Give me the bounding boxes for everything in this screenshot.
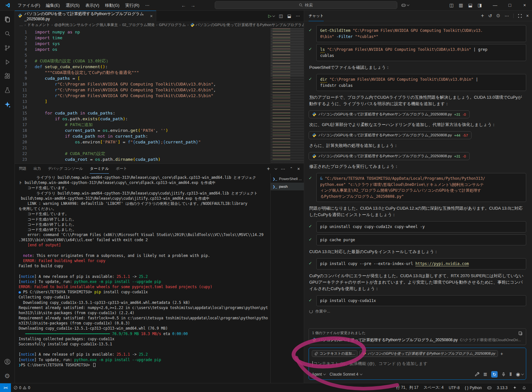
chat-code-block[interactable]: pip cache purge <box>316 234 526 246</box>
breadcrumb-item[interactable]: ドキュメント <box>27 23 50 27</box>
sidebar-item-search[interactable] <box>0 27 15 41</box>
edited-file-chip[interactable]: パソコンのGPUを使って計算処理するPythonサンプルプログラム_202508… <box>309 152 470 160</box>
nav-forward-icon[interactable]: → <box>191 3 195 8</box>
menu-item-0[interactable]: ファイル(F) <box>15 0 43 11</box>
panel-maximize-icon[interactable]: ⌃ <box>290 167 293 171</box>
tab-close-icon[interactable]: × <box>150 14 153 19</box>
run-python-file-button[interactable]: ▷ <box>268 14 274 18</box>
sidebar-item-explorer[interactable] <box>0 13 15 27</box>
menu-item-1[interactable]: 編集(E) <box>43 0 63 11</box>
chat-history-icon[interactable]: ↺ <box>488 13 492 18</box>
chat-input-box[interactable]: コンテキストの追加... パソコンのGPUを使って計算処理するPythonサンプ… <box>309 348 526 380</box>
queue-icon[interactable]: ≣ <box>483 371 487 377</box>
menu-item-5[interactable]: 実行(R) <box>122 0 142 11</box>
sidebar-item-run-debug[interactable] <box>0 55 15 69</box>
open-changes-icon[interactable]: ⬓ <box>287 14 291 18</box>
manage-button[interactable]: ⚙ <box>0 369 15 383</box>
working-label: 作業中... <box>315 309 330 314</box>
terminal-profile-chevron-icon[interactable] <box>275 167 277 169</box>
terminal-list-item[interactable]: ❯_pwsh <box>271 183 304 190</box>
copilot-status[interactable] <box>484 384 494 391</box>
current-file-context-chip[interactable]: パソコンのGPUを使って計算処理するPythonサンプルプログラム_202508… <box>359 350 498 357</box>
remote-indicator[interactable]: >< <box>0 383 11 392</box>
breadcrumb-item[interactable]: GPUプログラム <box>159 23 186 27</box>
changed-file-row[interactable]: パソコンのGPUを使って計算処理するPythonサンプルプログラム_202508… <box>312 337 523 343</box>
panel-tab-問題[interactable]: 問題 <box>19 164 27 174</box>
chat-code-block[interactable]: pip uninstall cupy cupy-cuda12x cupy-whe… <box>316 221 526 232</box>
agent-mode-dropdown[interactable]: Agent <box>312 372 325 377</box>
panel-tab-デバッグ コンソール[interactable]: デバッグ コンソール <box>48 164 83 174</box>
window-minimize-button[interactable]: — <box>488 0 502 11</box>
toggle-panel-icon[interactable]: ⬓ <box>468 3 473 8</box>
terminal-output[interactable]: ライブラリ build\temp.win-amd64-cpython-313\R… <box>15 174 270 383</box>
toggle-panel-layout-icon[interactable]: ◫ <box>449 3 454 8</box>
chat-code-block[interactable]: dir "C:\Program Files\NVIDIA GPU Computi… <box>316 74 526 91</box>
breadcrumb-item[interactable]: パソコンのGPUを使って計算処理するPythonサンプルプログラム_202508… <box>190 23 304 27</box>
tab-chat[interactable]: チャット <box>309 11 324 21</box>
language-mode-status[interactable]: { }Python <box>462 384 484 391</box>
menu-item-6[interactable]: ⋯ <box>142 0 152 11</box>
indentation-status[interactable]: スペース: 4 <box>421 384 446 391</box>
maximize-chat-icon[interactable] <box>518 14 522 18</box>
chat-code-block[interactable]: Get-ChildItem "C:\Program Files\NVIDIA G… <box>316 25 526 42</box>
gear-icon: ⚙ <box>5 372 10 380</box>
more-actions-icon[interactable]: ⋯ <box>296 14 300 18</box>
chat-text-input[interactable]: コンテキスト (#)、拡張機能 (@)、コマンド (/) を追加します <box>312 361 522 367</box>
new-chat-icon[interactable]: + <box>481 13 484 19</box>
auto-approve-button[interactable]: ↻ <box>491 371 498 378</box>
chat-more-icon[interactable]: ⋯ <box>505 13 509 18</box>
chat-code-block[interactable]: pip install cupy-cuda11x <box>316 295 526 306</box>
code-editor[interactable]: 1import numpy as np2import time3import s… <box>15 28 304 163</box>
panel-tab-ターミナル[interactable]: ターミナル <box>90 164 109 174</box>
breadcrumb-item[interactable]: @@利光コンサルティング個人事業主 <box>54 23 118 27</box>
copilot-sparkle-status[interactable] <box>510 384 519 391</box>
account-button[interactable] <box>0 355 15 369</box>
encoding-status[interactable]: UTF-8 <box>446 384 462 391</box>
breadcrumb-item[interactable]: 02_プログラム開発 <box>122 23 155 27</box>
terminal-more-icon[interactable]: ⋯ <box>281 166 285 171</box>
chat-code-block[interactable]: & "C:/Users/TETSUYA TOSHIMITSU/AppData/L… <box>316 173 526 202</box>
python-version-status[interactable]: 3.13.3 <box>494 384 510 391</box>
window-close-button[interactable]: × <box>517 0 532 11</box>
split-editor-icon[interactable]: ◫ <box>279 14 283 18</box>
nav-back-icon[interactable]: ← <box>181 3 186 8</box>
sidebar-item-extensions[interactable] <box>0 69 15 83</box>
problems-status[interactable]: 0 0 <box>11 384 32 391</box>
chat-code-block[interactable]: pip install cupy --pre --extra-index-url… <box>316 258 526 269</box>
notifications-status[interactable] <box>519 384 529 391</box>
sidebar-item-source-control[interactable] <box>0 41 15 55</box>
chat-settings-icon[interactable]: ⚙ <box>496 13 500 19</box>
breadcrumb-separator: › <box>187 23 189 27</box>
new-terminal-icon[interactable]: + <box>267 166 270 172</box>
tools-icon[interactable] <box>474 372 479 377</box>
add-context-chip[interactable]: コンテキストの追加... <box>312 350 357 357</box>
minimap[interactable] <box>270 28 304 163</box>
command-search-input[interactable]: 検索 <box>215 1 397 9</box>
menu-item-2[interactable]: 選択(S) <box>63 0 82 11</box>
microphone-icon[interactable] <box>501 372 506 377</box>
terminal-list-item[interactable]: ❯_PowerShell ... <box>271 175 304 183</box>
add-attachment-plus-icon[interactable]: + <box>500 351 503 356</box>
pause-icon[interactable]: ‖ <box>509 372 512 377</box>
edited-file-chip[interactable]: パソコンのGPUを使って計算処理するPythonサンプルプログラム_202508… <box>309 131 472 139</box>
copilot-menu-button[interactable] <box>401 3 409 7</box>
sidebar-item-testing[interactable] <box>0 83 15 97</box>
toggle-secondary-sidebar-icon[interactable]: ◨ <box>478 3 482 8</box>
panel-tab-出力[interactable]: 出力 <box>33 164 41 174</box>
chat-code-block[interactable]: ls "C:\Program Files\NVIDIA GPU Computin… <box>316 44 526 61</box>
breadcrumb-item[interactable]: … <box>19 23 23 27</box>
cursor-position-status[interactable]: 行 71、列 17 <box>393 384 421 391</box>
panel-tab-ポート[interactable]: ポート <box>115 164 127 174</box>
sidebar-item-copilot-chat[interactable] <box>0 97 15 112</box>
close-chat-icon[interactable]: × <box>526 13 529 18</box>
menu-item-4[interactable]: 移動(G) <box>102 0 122 11</box>
menu-item-3[interactable]: 表示(V) <box>83 0 102 11</box>
window-maximize-button[interactable]: □ <box>502 0 517 11</box>
split-editor-layout-icon[interactable]: ▥ <box>459 3 463 8</box>
editor-tab-active[interactable]: パソコンのGPUを使って計算処理するPythonサンプルプログラム_202508… <box>15 11 156 21</box>
model-picker-dropdown[interactable]: Claude Sonnet 4 <box>329 372 361 377</box>
send-voice-button[interactable]: ◉ <box>516 371 523 377</box>
edited-file-chip[interactable]: パソコンのGPUを使って計算処理するPythonサンプルプログラム_202508… <box>309 110 470 118</box>
view-diff-icon[interactable] <box>518 331 523 335</box>
panel-close-icon[interactable]: × <box>297 166 300 171</box>
